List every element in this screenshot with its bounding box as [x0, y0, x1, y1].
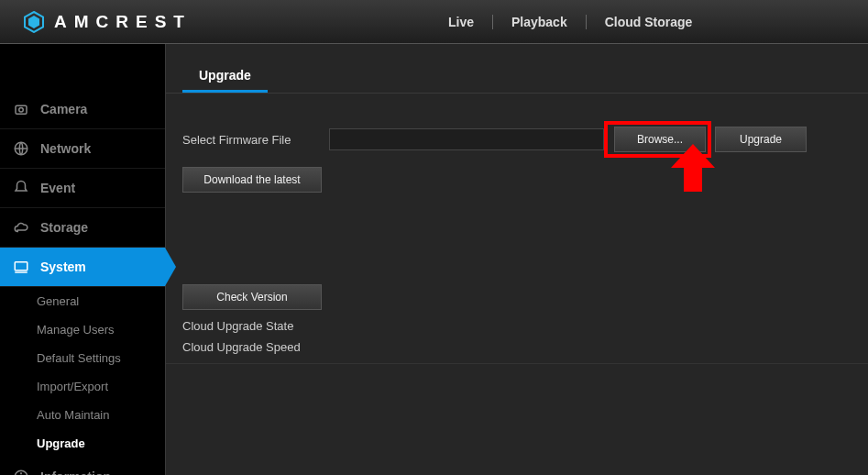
sidebar-item-network[interactable]: Network	[0, 129, 165, 169]
sidebar-sub-manage-users[interactable]: Manage Users	[0, 315, 165, 344]
sidebar-item-camera[interactable]: Camera	[0, 90, 165, 129]
info-icon	[13, 469, 29, 475]
svg-point-3	[19, 108, 24, 113]
select-firmware-label: Select Firmware File	[182, 133, 329, 147]
sidebar-label: Information	[40, 469, 111, 475]
firmware-file-input[interactable]	[329, 128, 604, 150]
sidebar-item-event[interactable]: Event	[0, 169, 165, 208]
monitor-icon	[13, 259, 29, 275]
tab-upgrade[interactable]: Upgrade	[182, 61, 268, 93]
sidebar-label: System	[40, 260, 86, 274]
cloud-icon	[13, 219, 29, 236]
svg-point-9	[21, 473, 22, 474]
upgrade-button[interactable]: Upgrade	[715, 127, 807, 152]
sidebar: Camera Network Event Storage System	[0, 44, 165, 475]
sidebar-sub-general[interactable]: General	[0, 287, 165, 315]
cloud-upgrade-state: Cloud Upgrade State	[182, 319, 852, 333]
topnav-playback[interactable]: Playback	[493, 15, 586, 29]
sidebar-label: Event	[40, 181, 75, 195]
sidebar-item-system[interactable]: System	[0, 248, 165, 287]
sidebar-sub-import-export[interactable]: Import/Export	[0, 372, 165, 401]
topnav-live[interactable]: Live	[430, 15, 492, 29]
svg-marker-1	[28, 16, 39, 28]
sidebar-sub-auto-maintain[interactable]: Auto Maintain	[0, 401, 165, 429]
cloud-upgrade-speed: Cloud Upgrade Speed	[182, 340, 852, 354]
topbar: AMCREST Live Playback Cloud Storage	[0, 0, 868, 44]
camera-icon	[13, 101, 29, 117]
brand-text: AMCREST	[54, 12, 192, 32]
logo-icon	[23, 11, 45, 33]
sidebar-sub-default-settings[interactable]: Default Settings	[0, 344, 165, 372]
sidebar-label: Network	[40, 141, 91, 156]
sidebar-label: Camera	[40, 102, 87, 116]
sidebar-item-information[interactable]: Information	[0, 458, 165, 475]
topnav: Live Playback Cloud Storage	[430, 15, 710, 29]
svg-rect-2	[16, 105, 27, 114]
sidebar-item-storage[interactable]: Storage	[0, 208, 165, 248]
bell-icon	[13, 180, 29, 196]
download-latest-button[interactable]: Download the latest	[182, 167, 322, 193]
svg-rect-5	[15, 262, 27, 271]
topnav-cloud-storage[interactable]: Cloud Storage	[587, 15, 711, 29]
arrow-annotation-icon	[671, 144, 715, 201]
svg-marker-10	[671, 144, 715, 192]
divider	[166, 363, 868, 364]
check-version-button[interactable]: Check Version	[182, 284, 322, 310]
sidebar-label: Storage	[40, 220, 88, 235]
globe-icon	[13, 140, 29, 157]
logo: AMCREST	[23, 11, 192, 33]
content: Upgrade Select Firmware File Browse... U…	[165, 44, 868, 475]
sidebar-sub-upgrade[interactable]: Upgrade	[0, 429, 165, 458]
